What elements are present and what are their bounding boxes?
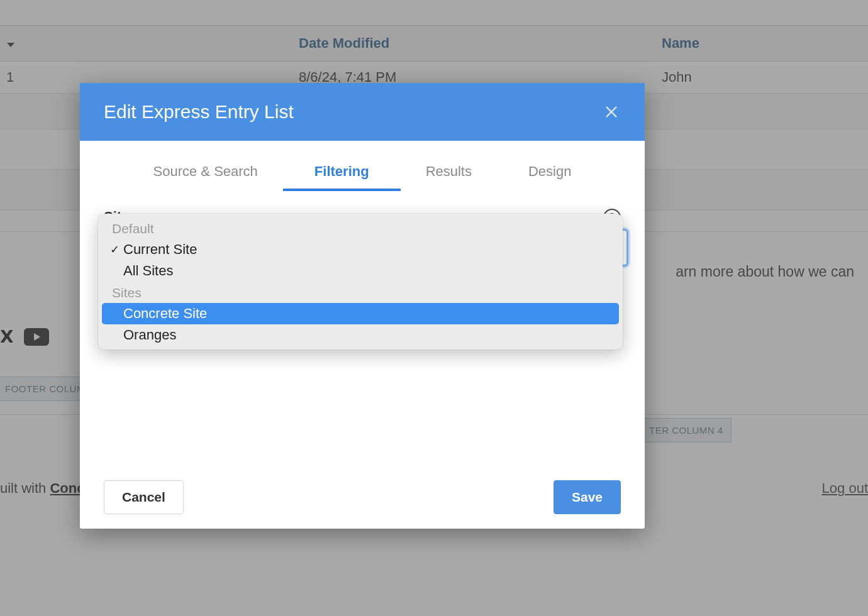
site-select-dropdown[interactable]: Default ✓ Current Site All Sites Sites C… <box>98 214 623 349</box>
tab-source-search[interactable]: Source & Search <box>153 163 258 191</box>
dropdown-option-all-sites[interactable]: All Sites <box>102 260 619 282</box>
dropdown-group-default-label: Default <box>102 217 619 239</box>
dropdown-group-sites-label: Sites <box>102 282 619 303</box>
modal-tabs: Source & Search Filtering Results Design <box>80 141 645 191</box>
tab-results[interactable]: Results <box>426 163 472 191</box>
cancel-button[interactable]: Cancel <box>104 480 184 514</box>
dropdown-option-label: Oranges <box>123 327 176 343</box>
dropdown-option-label: Current Site <box>123 241 197 258</box>
modal-footer: Cancel Save <box>80 466 645 529</box>
tab-design[interactable]: Design <box>528 163 571 191</box>
dropdown-option-oranges[interactable]: Oranges <box>102 324 619 346</box>
dropdown-option-label: Concrete Site <box>123 305 207 322</box>
close-button[interactable] <box>602 102 621 121</box>
dropdown-option-label: All Sites <box>123 263 173 279</box>
save-button[interactable]: Save <box>554 480 621 514</box>
dropdown-option-current-site[interactable]: ✓ Current Site <box>102 239 619 260</box>
checkmark-icon: ✓ <box>106 243 123 256</box>
modal-header: Edit Express Entry List <box>80 83 645 141</box>
modal-title: Edit Express Entry List <box>104 101 294 123</box>
dropdown-option-concrete-site[interactable]: Concrete Site <box>102 303 619 324</box>
tab-filtering[interactable]: Filtering <box>283 163 401 191</box>
